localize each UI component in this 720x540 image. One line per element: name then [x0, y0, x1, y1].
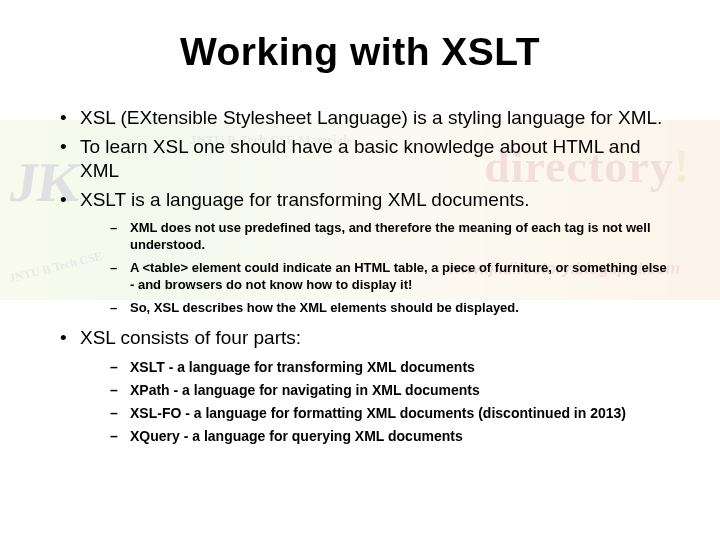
bullet-item: XSL (EXtensible Stylesheet Language) is …: [58, 106, 670, 131]
slide-title: Working with XSLT: [50, 30, 670, 74]
main-list: XSL (EXtensible Stylesheet Language) is …: [58, 106, 670, 447]
sub-bullet-item: So, XSL describes how the XML elements s…: [110, 299, 670, 317]
bullet-item: XSLT is a language for transforming XML …: [58, 188, 670, 316]
sub-bullet-item: A <table> element could indicate an HTML…: [110, 259, 670, 294]
sub-list-1: XML does not use predefined tags, and th…: [110, 219, 670, 317]
sub-bullet-item: XML does not use predefined tags, and th…: [110, 219, 670, 254]
bullet-item: XSL consists of four parts: XSLT - a lan…: [58, 326, 670, 447]
slide-content: Working with XSLT XSL (EXtensible Styles…: [50, 30, 670, 447]
sub-bullet-item: XSLT - a language for transforming XML d…: [110, 357, 670, 378]
sub-bullet-item: XPath - a language for navigating in XML…: [110, 380, 670, 401]
bullet-text: XSLT is a language for transforming XML …: [80, 189, 530, 210]
slide: JK JNTU B-Tech CSE Materials directory! …: [0, 0, 720, 540]
bullet-item: To learn XSL one should have a basic kno…: [58, 135, 670, 184]
sub-bullet-item: XSL-FO - a language for formatting XML d…: [110, 403, 670, 424]
sub-bullet-item: XQuery - a language for querying XML doc…: [110, 426, 670, 447]
bullet-text: XSL consists of four parts:: [80, 327, 301, 348]
sub-list-2: XSLT - a language for transforming XML d…: [110, 357, 670, 447]
